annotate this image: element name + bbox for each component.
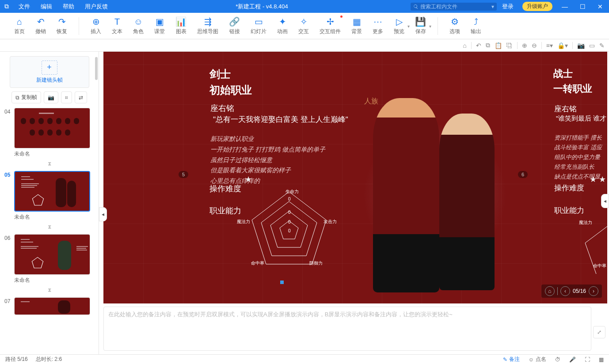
frame-number: 04: [4, 108, 11, 115]
zoom-out-icon[interactable]: ⊖: [532, 42, 537, 49]
redo-button[interactable]: ↷恢复: [51, 13, 72, 39]
nav-prev-pill[interactable]: 5: [179, 171, 188, 178]
insert-button[interactable]: ⊕插入: [85, 13, 107, 39]
timer-icon[interactable]: ⏱: [555, 356, 560, 363]
collapse-left-button[interactable]: ◂: [99, 207, 107, 221]
swap-button[interactable]: ⇄: [75, 91, 87, 103]
radar-label-mp: 魔法力: [237, 219, 250, 225]
nav-home-icon[interactable]: ⌂: [545, 286, 555, 296]
home-icon: ⌂: [17, 17, 22, 27]
status-duration: 总时长: 2:6: [36, 356, 62, 363]
frame-number: 07: [4, 297, 11, 304]
text-button[interactable]: T文本: [107, 13, 128, 39]
new-frame-label: 新建镜头帧: [36, 76, 63, 84]
canvas-dup-icon[interactable]: ⿻: [506, 42, 513, 49]
svg-marker-0: [32, 194, 43, 205]
new-frame-button[interactable]: + 新建镜头帧: [10, 56, 89, 88]
output-button[interactable]: ⤴输出: [465, 13, 487, 39]
description: 新玩家默认职业 一开始打打兔子 打打野鸡 做点简单的单子 虽然日子过得轻松惬意 …: [210, 134, 325, 186]
scrollbar[interactable]: [95, 57, 98, 80]
canvas-paste-icon[interactable]: 📋: [495, 42, 502, 49]
slides-button[interactable]: ▭幻灯片: [245, 13, 272, 39]
page-indicator: 05/16: [573, 288, 586, 294]
search-input[interactable]: [419, 4, 489, 10]
canvas-copy-icon[interactable]: ⧉: [486, 42, 490, 49]
edit-icon[interactable]: ✎: [599, 42, 605, 49]
mindmap-button[interactable]: ⇶思维导图: [192, 13, 224, 39]
canvas-undo-icon[interactable]: ↶: [476, 42, 481, 49]
canvas-home-icon[interactable]: ⌂: [463, 42, 466, 49]
insert-icon: ⊕: [92, 16, 100, 27]
maximize-button[interactable]: ☐: [574, 3, 591, 10]
motto-text: "总有一天我将迎娶白富美 登上人生巅峰": [213, 114, 348, 125]
copy-frame-button[interactable]: ⧉ 复制帧: [11, 91, 41, 103]
lock-icon[interactable]: 🔒▾: [557, 42, 568, 49]
notes-area[interactable]: 在此处输入您的备注内容，在预览时开启双屏模式，可以实现A屏全屏播放演示内容，B屏…: [103, 307, 591, 351]
radar-label-hit: 命中率: [251, 260, 264, 266]
home-button[interactable]: ⌂首页: [9, 13, 30, 39]
classroom-button[interactable]: ▣课堂: [149, 13, 170, 39]
role-button[interactable]: ☺角色: [128, 13, 149, 39]
component-icon: ✢: [327, 16, 334, 27]
roll-button[interactable]: ☺ 点名: [529, 356, 546, 363]
preview-button[interactable]: ▷预览▾: [388, 13, 410, 39]
minimize-button[interactable]: —: [556, 3, 574, 10]
search-box[interactable]: ▾: [411, 3, 497, 11]
slide[interactable]: 剑士 初始职业 座右铭 "总有一天我将迎娶白富美 登上人生巅峰" 新玩家默认职业…: [103, 52, 607, 303]
ability-heading: 职业能力: [209, 205, 241, 216]
canvas-area[interactable]: 剑士 初始职业 座右铭 "总有一天我将迎娶白富美 登上人生巅峰" 新玩家默认职业…: [99, 52, 609, 354]
collapse-right-button[interactable]: ◂: [601, 194, 609, 208]
chart-button[interactable]: 📊图表: [170, 13, 192, 39]
upgrade-button[interactable]: 升级账户: [522, 2, 552, 11]
nav-next-pill[interactable]: 6: [518, 171, 528, 178]
close-button[interactable]: ✕: [591, 3, 609, 10]
nav-prev-button[interactable]: ‹: [560, 286, 570, 296]
expand-notes-button[interactable]: ⤢: [593, 326, 605, 338]
search-dropdown-icon[interactable]: ▾: [491, 4, 494, 10]
crop-icon[interactable]: ▭: [589, 42, 595, 49]
remarks-button[interactable]: ✎ 备注: [503, 356, 520, 363]
nav-next-button[interactable]: ›: [589, 286, 598, 296]
background-button[interactable]: ▦背景: [346, 13, 367, 39]
slides-icon: ▭: [255, 16, 263, 27]
star-icon: ★ ★: [590, 174, 606, 184]
menu-feedback[interactable]: 用户反馈: [80, 3, 113, 11]
link-icon: 🔗: [229, 16, 240, 27]
frame-thumb-04[interactable]: [14, 108, 90, 148]
menu-help[interactable]: 帮助: [57, 3, 80, 11]
frame-name: 未命名: [14, 277, 94, 284]
align-icon[interactable]: ≡▾: [546, 42, 553, 49]
redo-icon: ↷: [58, 16, 66, 27]
more-button[interactable]: ⋯更多: [367, 13, 388, 39]
anim-button[interactable]: ✦动画: [272, 13, 293, 39]
character-art: [364, 89, 510, 295]
menu-file[interactable]: 文件: [13, 3, 35, 11]
camera-icon[interactable]: 📷: [577, 42, 585, 49]
class-sub: 一转职业: [553, 82, 592, 95]
menu-edit[interactable]: 编辑: [35, 3, 57, 11]
component-button[interactable]: ✢交互组件: [314, 13, 346, 39]
mic-icon[interactable]: 🎤: [569, 356, 576, 363]
options-button[interactable]: ⚙选项: [444, 13, 465, 39]
search-icon: [413, 4, 419, 9]
frame-thumb-07[interactable]: [14, 297, 90, 315]
chevron-down-icon[interactable]: ▾: [429, 23, 431, 28]
frame-thumb-06[interactable]: [14, 234, 90, 275]
qr-button[interactable]: ⌗: [61, 91, 72, 103]
selection-handle[interactable]: [280, 281, 284, 284]
frame-sidebar[interactable]: + 新建镜头帧 ⧉ 复制帧 📷 ⌗ ⇄ 04 未命名 ⧗ 05: [0, 52, 99, 354]
zoom-in-icon[interactable]: ⊕: [522, 42, 527, 49]
slide-nav: ⌂ ‹ 05/16 ›: [541, 284, 602, 298]
login-link[interactable]: 登录: [497, 3, 519, 11]
grid-icon[interactable]: ▦: [599, 356, 604, 363]
save-button[interactable]: 💾保存▾: [410, 13, 431, 39]
fullscreen-icon[interactable]: ⛶: [585, 356, 590, 363]
motto-text: "谁笑到最后 谁才: [556, 114, 607, 123]
snapshot-button[interactable]: 📷: [44, 91, 58, 103]
undo-button[interactable]: ↶撤销: [30, 13, 51, 39]
interact-button[interactable]: ✧交互: [293, 13, 314, 39]
link-button[interactable]: 🔗链接: [224, 13, 245, 39]
star-icon: ★: [245, 174, 252, 184]
frame-thumb-05[interactable]: [14, 171, 90, 212]
classroom-icon: ▣: [156, 16, 164, 27]
